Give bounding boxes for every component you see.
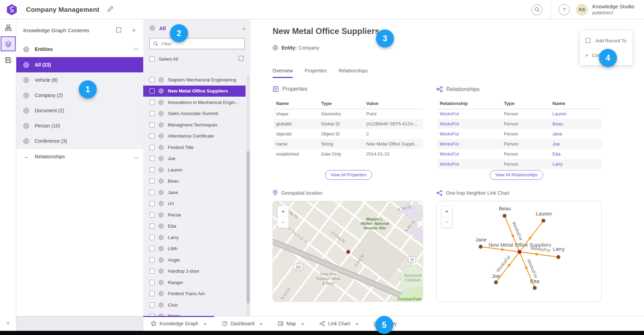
relationship-type-link[interactable]: WorksFor bbox=[437, 159, 501, 169]
record-checkbox[interactable] bbox=[149, 257, 155, 263]
record-row[interactable]: Staplers Mechanical Engineering bbox=[143, 74, 246, 86]
record-row[interactable]: Lilith bbox=[143, 243, 246, 255]
relationship-name-link[interactable]: Etta bbox=[550, 149, 602, 159]
record-checkbox[interactable] bbox=[149, 178, 155, 184]
record-row[interactable]: Beau bbox=[143, 176, 246, 187]
save-button[interactable] bbox=[0, 52, 16, 68]
menu-item-add-record-to[interactable]: Add Record To bbox=[580, 33, 633, 48]
link-chart-node[interactable] bbox=[542, 219, 546, 223]
record-checkbox[interactable] bbox=[149, 212, 155, 218]
relationship-type-link[interactable]: WorksFor bbox=[437, 109, 501, 119]
record-row[interactable]: Angie bbox=[143, 254, 246, 266]
link-chart-zoom-out-button[interactable]: − bbox=[441, 217, 452, 228]
relationship-name-link[interactable]: Jane bbox=[550, 129, 602, 139]
scrollbar-thumb[interactable] bbox=[247, 151, 250, 303]
collapse-panel-button[interactable]: « bbox=[243, 25, 245, 31]
record-checkbox[interactable] bbox=[149, 268, 155, 274]
record-row[interactable]: Joe bbox=[143, 153, 246, 165]
map-zoom-out-button[interactable]: − bbox=[278, 217, 289, 228]
record-checkbox[interactable] bbox=[149, 201, 155, 206]
tab-relationships[interactable]: Relationships bbox=[338, 68, 368, 78]
select-all-checkbox[interactable] bbox=[149, 56, 155, 62]
record-checkbox[interactable] bbox=[149, 190, 155, 195]
record-row[interactable]: Managment Techniques bbox=[143, 119, 246, 131]
record-checkbox[interactable] bbox=[149, 235, 155, 240]
link-chart-canvas[interactable]: WorksForWorksForWorksForWorksForBeauLaur… bbox=[437, 201, 602, 302]
record-checkbox[interactable] bbox=[149, 167, 155, 173]
record-checkbox[interactable] bbox=[149, 100, 155, 105]
relationship-type-link[interactable]: WorksFor bbox=[437, 119, 501, 129]
relationships-section-header[interactable]: → Relationships bbox=[16, 149, 143, 164]
record-checkbox[interactable] bbox=[149, 302, 155, 308]
relationship-name-link[interactable]: Larry bbox=[550, 159, 602, 169]
avatar[interactable]: KS bbox=[576, 4, 588, 16]
entity-type-row[interactable]: All (23) bbox=[16, 57, 143, 72]
link-chart-node[interactable] bbox=[533, 286, 537, 290]
link-chart-center-node[interactable] bbox=[517, 250, 522, 254]
record-row[interactable]: Innovations in Mechanical Engin... bbox=[143, 97, 246, 108]
record-checkbox[interactable] bbox=[149, 314, 155, 316]
close-tab-icon[interactable]: × bbox=[204, 321, 207, 327]
record-checkbox[interactable] bbox=[149, 246, 155, 251]
record-checkbox[interactable] bbox=[149, 223, 155, 229]
edit-title-button[interactable] bbox=[107, 6, 113, 13]
record-row[interactable]: Firebird Trans Am bbox=[143, 288, 246, 300]
record-row[interactable]: Jane bbox=[143, 187, 246, 198]
record-row[interactable]: Firebird Title bbox=[143, 142, 246, 153]
record-checkbox[interactable] bbox=[149, 280, 155, 285]
relationship-name-link[interactable]: Joe bbox=[550, 139, 602, 149]
link-chart-zoom-in-button[interactable]: + bbox=[441, 206, 452, 217]
entity-type-row[interactable]: Person (10) bbox=[16, 118, 143, 133]
map-card[interactable]: 250 33 W Clay St W Marshall St E Clay St… bbox=[273, 201, 423, 302]
tab-overview[interactable]: Overview bbox=[273, 68, 293, 78]
record-location-marker[interactable] bbox=[346, 250, 350, 254]
search-button[interactable] bbox=[531, 4, 542, 15]
relationship-type-link[interactable]: WorksFor bbox=[437, 129, 501, 139]
link-chart-card[interactable]: WorksForWorksForWorksForWorksForBeauLaur… bbox=[436, 201, 602, 302]
record-row[interactable]: Etta bbox=[143, 221, 246, 232]
relationship-type-link[interactable]: WorksFor bbox=[437, 149, 501, 159]
bottom-tab-knowledge-graph[interactable]: Knowledge Graph × bbox=[143, 316, 214, 331]
close-panel-button[interactable]: × bbox=[131, 26, 137, 35]
data-model-button[interactable] bbox=[0, 19, 16, 36]
user-block[interactable]: Knowledge Studio publisher2 bbox=[592, 3, 634, 16]
bottom-tab-map[interactable]: Map × bbox=[270, 316, 312, 331]
view-all-relationships-button[interactable]: View All Relationships bbox=[490, 170, 543, 180]
add-record-type-button[interactable] bbox=[114, 26, 123, 35]
map-zoom-in-button[interactable]: + bbox=[278, 206, 289, 217]
record-checkbox[interactable] bbox=[149, 122, 155, 127]
view-all-properties-button[interactable]: View All Properties bbox=[325, 170, 372, 180]
record-row[interactable]: Civic bbox=[143, 299, 246, 311]
link-chart-node[interactable] bbox=[503, 214, 507, 218]
record-row[interactable]: Uri bbox=[143, 198, 246, 210]
expand-rail-button[interactable]: » bbox=[0, 320, 16, 326]
records-scrollbar[interactable] bbox=[247, 75, 250, 316]
relationship-name-link[interactable]: Lauren bbox=[550, 109, 602, 119]
record-row[interactable]: Attendance Certificate bbox=[143, 131, 246, 142]
record-row[interactable]: Larry bbox=[143, 232, 246, 243]
record-checkbox[interactable] bbox=[149, 77, 155, 82]
link-chart-node[interactable] bbox=[479, 245, 483, 249]
relationship-name-link[interactable]: Beau bbox=[550, 119, 602, 129]
close-tab-icon[interactable]: × bbox=[301, 321, 304, 327]
record-row[interactable]: New Metal Office Suppliers bbox=[143, 86, 246, 97]
relationship-type-link[interactable]: WorksFor bbox=[437, 139, 501, 149]
filter-input[interactable] bbox=[161, 41, 231, 46]
record-checkbox[interactable] bbox=[149, 156, 155, 161]
link-chart-node[interactable] bbox=[494, 281, 498, 284]
add-record-button[interactable] bbox=[237, 54, 246, 64]
bottom-tab-link-chart[interactable]: Link Chart × bbox=[312, 316, 366, 331]
record-checkbox[interactable] bbox=[149, 88, 155, 94]
entity-type-row[interactable]: Conference (3) bbox=[16, 133, 143, 149]
record-checkbox[interactable] bbox=[149, 111, 155, 116]
record-checkbox[interactable] bbox=[149, 133, 155, 139]
entity-type-row[interactable]: Document (2) bbox=[16, 103, 143, 118]
record-row[interactable]: Sales Associate Summit bbox=[143, 108, 246, 120]
bottom-tab-dashboard[interactable]: Dashboard × bbox=[214, 316, 270, 331]
record-checkbox[interactable] bbox=[149, 145, 155, 150]
record-row[interactable]: Matrix bbox=[143, 311, 246, 316]
help-button[interactable]: ? bbox=[559, 4, 570, 15]
record-row[interactable]: Ranger bbox=[143, 277, 246, 288]
tab-properties[interactable]: Properties bbox=[304, 68, 327, 78]
close-tab-icon[interactable]: × bbox=[259, 321, 263, 327]
